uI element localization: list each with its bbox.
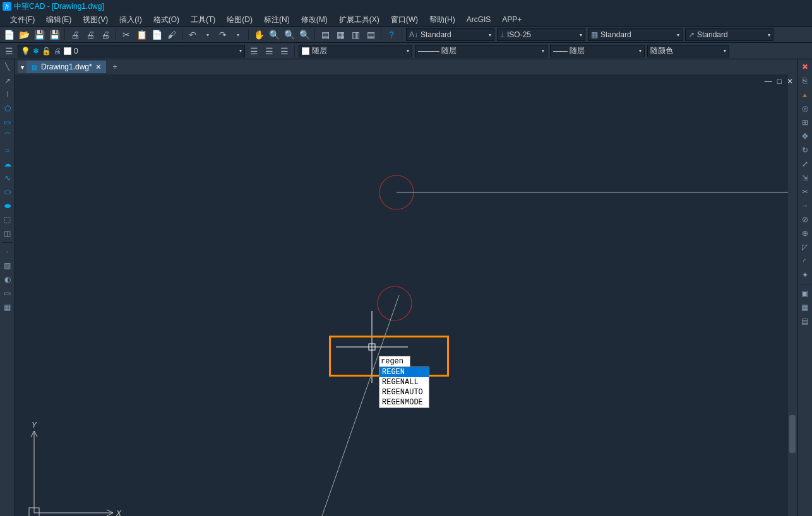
scale-icon[interactable]: ⤢ [799, 158, 811, 170]
layer-dropdown[interactable]: 💡 ❄ 🔓 🖨 0 ▾ [18, 45, 245, 57]
dimstyle-dropdown[interactable]: ⟂ ISO-25 ▾ [497, 28, 585, 41]
layer-iso-icon[interactable]: ☰ [278, 45, 290, 57]
lineweight-dropdown[interactable]: —— 随层 ▾ [550, 45, 645, 57]
plotstyle-dropdown[interactable]: 随颜色 ▾ [647, 45, 729, 57]
layer-prev-icon[interactable]: ☰ [248, 45, 260, 57]
copy-icon[interactable]: 📋 [135, 28, 148, 41]
menu-arcgis[interactable]: ArcGIS [462, 14, 496, 25]
menu-file[interactable]: 文件(F) [5, 13, 40, 26]
layer-state-icon[interactable]: ☰ [263, 45, 275, 57]
tool-palette-icon[interactable]: ▥ [349, 28, 362, 41]
explode-icon[interactable]: ✦ [799, 269, 811, 281]
design-center-icon[interactable]: ▦ [334, 28, 347, 41]
mdi-minimize-icon[interactable]: — [765, 77, 772, 86]
menu-express[interactable]: 扩展工具(X) [334, 13, 385, 26]
mirror-icon[interactable]: ⟁ [799, 88, 811, 101]
xline-icon[interactable]: ↗ [1, 74, 14, 87]
help-icon[interactable]: ? [385, 28, 398, 41]
mdi-close-icon[interactable]: ✕ [787, 77, 793, 86]
chamfer-icon[interactable]: ◸ [799, 241, 811, 254]
zoom-window-icon[interactable]: 🔍 [283, 28, 296, 41]
properties-icon[interactable]: ▤ [319, 28, 331, 41]
polyline-icon[interactable]: ⌇ [1, 88, 14, 101]
menu-format[interactable]: 格式(O) [148, 13, 184, 26]
trim-icon[interactable]: ✂ [799, 185, 811, 198]
pan-icon[interactable]: ✋ [253, 28, 265, 41]
zoom-extents-icon[interactable]: 🔍 [298, 28, 311, 41]
color-dropdown[interactable]: 随层 ▾ [299, 45, 412, 57]
insert-block-icon[interactable]: ⬚ [1, 213, 14, 226]
mleaderstyle-dropdown[interactable]: ↗ Standard ▾ [685, 28, 773, 41]
vertical-scrollbar[interactable] [788, 74, 797, 516]
print-icon[interactable]: 🖨 [69, 28, 81, 41]
make-block-icon[interactable]: ◫ [1, 227, 14, 240]
break-icon[interactable]: ⊘ [799, 213, 811, 226]
rectangle-icon[interactable]: ▭ [1, 116, 14, 129]
spline-icon[interactable]: ∿ [1, 172, 14, 184]
tablestyle-dropdown[interactable]: ▦ Standard ▾ [588, 28, 683, 41]
scrollbar-thumb[interactable] [789, 415, 796, 453]
group-icon[interactable]: ▦ [799, 301, 811, 314]
rotate-icon[interactable]: ↻ [799, 144, 811, 156]
copy-obj-icon[interactable]: ⎘ [799, 74, 811, 87]
mdi-restore-icon[interactable]: □ [777, 77, 782, 86]
region-icon[interactable]: ▭ [1, 287, 14, 300]
file-tab[interactable]: ▧ Drawing1.dwg* × [27, 61, 106, 73]
matchprop-icon[interactable]: 🖌 [165, 28, 178, 41]
autocomplete-item[interactable]: REGENMODE [379, 397, 429, 408]
command-autocomplete[interactable]: REGEN REGENALL REGENAUTO REGENMODE [379, 366, 429, 408]
paste-icon[interactable]: 📄 [150, 28, 163, 41]
circle-icon[interactable]: ○ [1, 144, 14, 156]
linetype-dropdown[interactable]: ——— 随层 ▾ [415, 45, 547, 57]
cut-icon[interactable]: ✂ [120, 28, 133, 41]
line-icon[interactable]: ╲ [1, 61, 14, 73]
zoom-icon[interactable]: 🔍 [268, 28, 280, 41]
saveas-icon[interactable]: 💾 [48, 28, 61, 41]
redo-dropdown-icon[interactable]: ▾ [232, 28, 244, 41]
canvas[interactable]: Y X regen REGEN REGENALL REGENAUTO REGEN… [15, 74, 797, 516]
menu-insert[interactable]: 插入(I) [114, 13, 146, 26]
redo-icon[interactable]: ↷ [217, 28, 229, 41]
menu-modify[interactable]: 修改(M) [296, 13, 333, 26]
autocomplete-item[interactable]: REGEN [379, 367, 429, 377]
menu-view[interactable]: 视图(V) [78, 13, 113, 26]
offset-icon[interactable]: ◎ [799, 102, 811, 115]
move-icon[interactable]: ✥ [799, 130, 811, 143]
revcloud-icon[interactable]: ☁ [1, 158, 14, 170]
autocomplete-item[interactable]: REGENALL [379, 377, 429, 387]
autocomplete-item[interactable]: REGENAUTO [379, 387, 429, 397]
menu-edit[interactable]: 编辑(E) [41, 13, 76, 26]
open-icon[interactable]: 📂 [18, 28, 30, 41]
undo-dropdown-icon[interactable]: ▾ [201, 28, 214, 41]
join-icon[interactable]: ⊕ [799, 227, 811, 240]
hatch-icon[interactable]: ▧ [1, 259, 14, 272]
arc-icon[interactable]: ⌒ [1, 130, 14, 143]
menu-dimension[interactable]: 标注(N) [259, 13, 295, 26]
erase-icon[interactable]: ✖ [799, 61, 811, 73]
textstyle-dropdown[interactable]: A↓ Standard ▾ [406, 28, 494, 41]
fillet-icon[interactable]: ◜ [799, 255, 811, 267]
new-icon[interactable]: 📄 [3, 28, 15, 41]
tab-menu-icon[interactable]: ▾ [18, 61, 27, 73]
menu-window[interactable]: 窗口(W) [386, 13, 423, 26]
point-icon[interactable]: ∙ [1, 245, 14, 258]
add-tab-icon[interactable]: + [109, 61, 121, 73]
publish-icon[interactable]: 🖨 [99, 28, 112, 41]
undo-icon[interactable]: ↶ [186, 28, 199, 41]
polygon-icon[interactable]: ⬠ [1, 102, 14, 115]
print-preview-icon[interactable]: 🖨 [84, 28, 97, 41]
menu-tools[interactable]: 工具(T) [186, 13, 220, 26]
save-icon[interactable]: 💾 [33, 28, 45, 41]
array-icon[interactable]: ⊞ [799, 116, 811, 129]
layer-manager-icon[interactable]: ☰ [3, 45, 15, 57]
menu-app[interactable]: APP+ [497, 14, 527, 25]
table-icon[interactable]: ▦ [1, 301, 14, 314]
menu-draw[interactable]: 绘图(D) [222, 13, 258, 26]
ellipse-icon[interactable]: ⬭ [1, 185, 14, 198]
ungroup-icon[interactable]: ▤ [799, 315, 811, 327]
close-tab-icon[interactable]: × [96, 62, 101, 72]
stretch-icon[interactable]: ⇲ [799, 172, 811, 184]
menu-help[interactable]: 帮助(H) [424, 13, 460, 26]
command-input[interactable]: regen [379, 356, 410, 367]
extend-icon[interactable]: → [799, 199, 811, 212]
